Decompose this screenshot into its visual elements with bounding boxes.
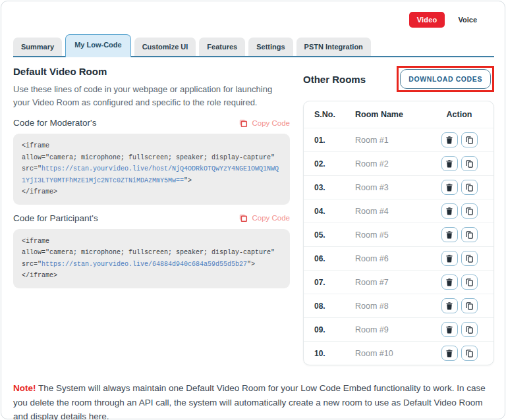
tab-features[interactable]: Features [199, 38, 245, 56]
default-room-description: Use these lines of code in your webpage … [13, 83, 290, 109]
moderator-copy-code-label: Copy Code [252, 119, 290, 127]
delete-room-button[interactable] [441, 275, 458, 290]
participant-copy-code-label: Copy Code [252, 214, 290, 222]
trash-icon [446, 350, 453, 357]
copy-icon [466, 160, 473, 168]
trash-icon [446, 231, 453, 239]
row-sno: 05. [314, 230, 355, 240]
trash-icon [446, 160, 453, 168]
row-name: Room #4 [355, 207, 428, 216]
row-sno: 01. [314, 136, 355, 145]
tab-customize-ui[interactable]: Customize UI [134, 38, 196, 56]
download-codes-button[interactable]: DOWNLOAD CODES [400, 69, 491, 89]
row-sno: 06. [314, 254, 355, 263]
code-line: allow="camera; microphone; fullscreen; s… [22, 152, 281, 164]
copy-room-code-button[interactable] [461, 322, 478, 337]
copy-icon [239, 118, 248, 128]
copy-icon [466, 184, 473, 192]
row-sno: 10. [314, 349, 355, 358]
row-name: Room #5 [355, 230, 428, 240]
copy-icon [466, 136, 473, 144]
tab-pstn-integration[interactable]: PSTN Integration [296, 38, 371, 56]
copy-icon [466, 326, 473, 334]
trash-icon [446, 184, 453, 192]
code-line: src="https://stan.yourvideo.live/64884d9… [22, 259, 281, 271]
delete-room-button[interactable] [441, 251, 458, 266]
copy-icon [466, 231, 473, 239]
note-text: Note! The System will always maintain on… [13, 381, 494, 420]
copy-room-code-button[interactable] [461, 180, 478, 195]
tab-settings[interactable]: Settings [248, 38, 293, 56]
copy-room-code-button[interactable] [461, 346, 478, 361]
moderator-code-block: <iframe allow="camera; microphone; fulls… [13, 134, 290, 205]
copy-icon [466, 302, 473, 310]
code-line: allow="camera; microphone; fullscreen; s… [22, 247, 281, 259]
other-rooms-section: Other Rooms DOWNLOAD CODES S.No. Room Na… [303, 66, 494, 365]
column-sno: S.No. [314, 110, 355, 119]
table-row: 05. Room #5 [304, 223, 493, 246]
moderator-code-label: Code for Moderator's [13, 118, 96, 128]
code-line: <iframe [22, 140, 281, 152]
low-code-page: Video Voice Summary My Low-Code Customiz… [1, 1, 505, 419]
row-sno: 03. [314, 183, 355, 192]
other-rooms-title: Other Rooms [303, 74, 366, 85]
copy-room-code-button[interactable] [461, 156, 478, 171]
voice-toggle-button[interactable]: Voice [458, 16, 477, 24]
code-line: src="https://stan.yourvideo.live/host/Nj… [22, 163, 281, 186]
tab-summary[interactable]: Summary [13, 38, 62, 56]
trash-icon [446, 136, 453, 144]
row-name: Room #7 [355, 278, 428, 287]
copy-icon [466, 278, 473, 286]
table-row: 06. Room #6 [304, 246, 493, 270]
copy-room-code-button[interactable] [461, 132, 478, 147]
participant-code-block: <iframe allow="camera; microphone; fulls… [13, 229, 290, 288]
rooms-table: S.No. Room Name Action 01. Room #1 02. R… [303, 101, 494, 365]
table-row: 04. Room #4 [304, 199, 493, 223]
copy-room-code-button[interactable] [461, 298, 478, 313]
row-name: Room #3 [355, 183, 428, 192]
delete-room-button[interactable] [441, 203, 458, 219]
table-row: 02. Room #2 [304, 151, 493, 175]
copy-icon [466, 350, 473, 357]
row-name: Room #9 [355, 325, 428, 334]
row-sno: 08. [314, 302, 355, 311]
delete-room-button[interactable] [441, 227, 458, 242]
copy-room-code-button[interactable] [461, 251, 478, 266]
copy-room-code-button[interactable] [461, 227, 478, 242]
copy-room-code-button[interactable] [461, 203, 478, 219]
table-row: 07. Room #7 [304, 270, 493, 294]
delete-room-button[interactable] [441, 156, 458, 171]
row-sno: 07. [314, 278, 355, 287]
row-sno: 02. [314, 159, 355, 169]
trash-icon [446, 207, 453, 215]
code-line: <iframe [22, 236, 281, 248]
copy-room-code-button[interactable] [461, 275, 478, 290]
delete-room-button[interactable] [441, 298, 458, 313]
delete-room-button[interactable] [441, 322, 458, 337]
participant-code-url: https://stan.yourvideo.live/64884d940c68… [42, 261, 247, 268]
column-action: Action [428, 110, 491, 119]
note-prefix: Note! [13, 383, 36, 393]
default-room-section: Default Video Room Use these lines of co… [13, 66, 290, 365]
trash-icon [446, 255, 453, 263]
video-toggle-button[interactable]: Video [409, 12, 445, 28]
delete-room-button[interactable] [441, 346, 458, 361]
default-room-title: Default Video Room [13, 66, 290, 77]
code-line: </iframe> [22, 186, 281, 198]
row-name: Room #2 [355, 159, 428, 169]
moderator-copy-code-link[interactable]: Copy Code [239, 118, 290, 128]
tab-my-low-code[interactable]: My Low-Code [65, 34, 131, 57]
tab-bar: Summary My Low-Code Customize UI Feature… [13, 34, 494, 57]
delete-room-button[interactable] [441, 132, 458, 147]
annotation-highlight-download: DOWNLOAD CODES [397, 66, 494, 92]
copy-icon [466, 207, 473, 215]
rooms-table-body: 01. Room #1 02. Room #2 03. Room #3 [304, 128, 493, 365]
code-line: </iframe> [22, 270, 281, 282]
delete-room-button[interactable] [441, 180, 458, 195]
note-body: The System will always maintain one Defa… [13, 383, 486, 420]
table-row: 01. Room #1 [304, 128, 493, 151]
row-sno: 09. [314, 325, 355, 334]
copy-icon [466, 255, 473, 263]
participant-copy-code-link[interactable]: Copy Code [239, 213, 290, 223]
participant-code-label: Code for Participant's [13, 213, 98, 223]
